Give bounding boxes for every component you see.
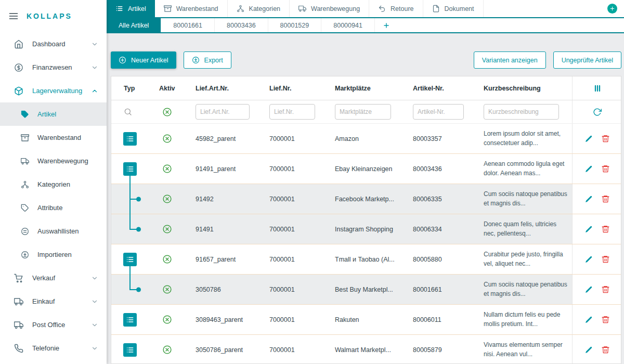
delete-icon[interactable] [601, 164, 610, 173]
article-type-icon[interactable] [123, 253, 137, 266]
new-article-button[interactable]: Neuer Artikel [111, 51, 176, 69]
col-header-marktplaetze: Marktplätze [324, 76, 402, 100]
filter-lief-art-nr-input[interactable] [196, 104, 250, 120]
active-cell [149, 244, 185, 274]
table-row[interactable]: 91657_parent 7000001 Tmall и Taobao (Al.… [111, 244, 621, 275]
delete-icon[interactable] [601, 345, 610, 354]
sidebar-item-telefonie[interactable]: Telefonie [0, 336, 107, 360]
lief-art-nr-cell: 91492 [185, 184, 259, 214]
lief-nr-cell: 7000001 [259, 305, 324, 334]
type-cell [111, 154, 149, 184]
delete-icon[interactable] [601, 285, 610, 294]
delete-icon[interactable] [601, 255, 610, 264]
tab-retoure[interactable]: Retoure [369, 0, 423, 17]
module-tabbar: Artikel Warenbestand Kategorien Warenbew… [107, 0, 624, 18]
sidebar-item-kategorien[interactable]: Kategorien [0, 173, 107, 196]
content-area: Neuer Artikel Export Varianten anzeigen … [107, 33, 624, 364]
inventory-box-icon [21, 134, 29, 142]
col-header-lief-art-nr: Lief.Art.Nr. [185, 76, 259, 100]
lief-nr-cell: 7000001 [259, 214, 324, 244]
edit-icon[interactable] [584, 225, 593, 233]
table-row[interactable]: 45982_parent 7000001 Amazon 80003357 Lor… [111, 124, 621, 154]
column-settings-cell [572, 76, 621, 100]
sidebar-item-label: Finanzwesen [32, 63, 72, 71]
columns-icon[interactable] [593, 84, 602, 93]
sidebar-item-label: Telefonie [32, 344, 59, 352]
sidebar-item-dashboard[interactable]: Dashboard [0, 32, 107, 56]
edit-icon[interactable] [584, 345, 593, 354]
article-tab-alle[interactable]: Alle Artikel [107, 18, 161, 32]
table-filter-row [111, 100, 621, 124]
dollar-circle-icon [14, 63, 23, 72]
delete-icon[interactable] [601, 225, 610, 233]
sidebar-item-label: Kategorien [37, 180, 70, 188]
tab-label: Retoure [391, 5, 413, 12]
filter-lief-nr-input[interactable] [269, 104, 315, 120]
article-tab[interactable]: 80001529 [268, 18, 322, 32]
active-cell [149, 124, 185, 153]
article-tab[interactable]: 80000941 [321, 18, 375, 32]
lief-nr-cell: 7000001 [259, 154, 324, 184]
filter-kurzbeschreibung-input[interactable] [484, 104, 559, 120]
add-article-tab-button[interactable] [375, 18, 398, 32]
tab-label: 80001661 [173, 22, 202, 29]
delete-icon[interactable] [601, 315, 610, 324]
article-tab[interactable]: 80003436 [215, 18, 268, 32]
sidebar-item-label: Post Office [32, 321, 65, 329]
filter-artikel-nr-input[interactable] [413, 104, 464, 120]
tab-dokument[interactable]: Dokument [423, 0, 484, 17]
refresh-icon[interactable] [593, 108, 602, 116]
article-type-icon[interactable] [123, 343, 137, 357]
marktplatz-cell: Instagram Shopping [324, 214, 402, 244]
active-filter-icon[interactable] [162, 107, 172, 117]
tab-warenbestand[interactable]: Warenbestand [155, 0, 228, 17]
article-type-icon[interactable] [123, 313, 137, 327]
table-row[interactable]: 3050786_parent 7000001 Walmart Marketpl.… [111, 335, 621, 364]
table-row[interactable]: 91492 7000001 Facebook Marketp... 800063… [111, 184, 621, 214]
type-cell [111, 335, 149, 364]
delete-icon[interactable] [601, 194, 610, 203]
sidebar-item-label: Warenbewegung [37, 157, 88, 165]
sidebar-item-lagerverwaltung[interactable]: Lagerverwaltung [0, 79, 107, 102]
edit-icon[interactable] [584, 194, 593, 203]
sidebar-item-label: Warenbestand [37, 134, 81, 141]
table-row[interactable]: 3089463_parent 7000001 Rakuten 80006011 … [111, 305, 621, 335]
sidebar-item-verkauf[interactable]: Verkauf [0, 266, 107, 290]
hamburger-menu-icon[interactable] [8, 11, 19, 21]
sidebar-item-warenbewegung[interactable]: Warenbewegung [0, 149, 107, 173]
tab-warenbewegung[interactable]: Warenbewegung [290, 0, 369, 17]
table-row[interactable]: 3050786 7000001 Best Buy Marketpl... 800… [111, 275, 621, 305]
article-type-icon[interactable] [123, 162, 137, 176]
table-row[interactable]: 91491_parent 7000001 Ebay Kleinanzeigen … [111, 154, 621, 184]
button-label: Export [204, 57, 223, 64]
table-row[interactable]: 91491 7000001 Instagram Shopping 8000633… [111, 214, 621, 244]
sidebar-item-importieren[interactable]: Importieren [0, 243, 107, 266]
artikel-nr-cell: 80003357 [402, 124, 473, 153]
sidebar-item-auswahllisten[interactable]: Auswahllisten [0, 219, 107, 243]
tab-artikel[interactable]: Artikel [107, 0, 155, 17]
article-tab[interactable]: 80001661 [161, 18, 215, 32]
unchecked-articles-button[interactable]: Ungeprüfte Artikel [553, 51, 621, 69]
delete-icon[interactable] [601, 134, 610, 143]
export-button[interactable]: Export [184, 51, 231, 69]
sidebar-item-finanzwesen[interactable]: Finanzwesen [0, 56, 107, 79]
artikel-nr-cell: 80006335 [402, 184, 473, 214]
sidebar-item-einkauf[interactable]: Einkauf [0, 290, 107, 313]
sidebar-item-artikel[interactable]: Artikel [0, 102, 107, 126]
add-tab-button[interactable] [607, 4, 617, 14]
edit-icon[interactable] [584, 285, 593, 294]
active-status-icon [162, 194, 172, 204]
sidebar-item-warenbestand[interactable]: Warenbestand [0, 126, 107, 149]
edit-icon[interactable] [584, 164, 593, 173]
article-type-icon[interactable] [123, 132, 137, 146]
tag-icon [21, 110, 29, 119]
artikel-nr-cell: 80006011 [402, 305, 473, 334]
edit-icon[interactable] [584, 315, 593, 324]
show-variants-button[interactable]: Varianten anzeigen [474, 51, 546, 69]
sidebar-item-post-office[interactable]: Post Office [0, 313, 107, 336]
sidebar-item-attribute[interactable]: Attribute [0, 196, 107, 219]
tab-kategorien[interactable]: Kategorien [228, 0, 290, 17]
edit-icon[interactable] [584, 255, 593, 264]
edit-icon[interactable] [584, 134, 593, 143]
filter-marktplaetze-input[interactable] [335, 104, 391, 120]
